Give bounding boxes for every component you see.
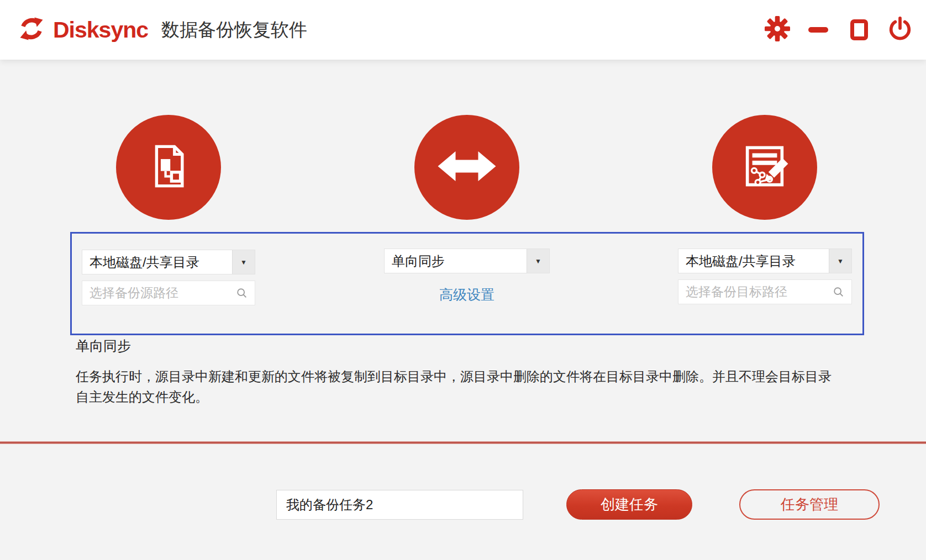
manage-tasks-button[interactable]: 任务管理 (739, 489, 880, 520)
sync-mode-description: 任务执行时，源目录中新建和更新的文件将被复制到目标目录中，源目录中删除的文件将在… (76, 366, 832, 407)
settings-button[interactable] (765, 17, 790, 43)
sync-mode-value: 单向同步 (385, 249, 527, 273)
window-controls (765, 0, 913, 60)
search-icon[interactable] (236, 287, 248, 299)
target-type-value: 本地磁盘/共享目录 (678, 249, 829, 273)
create-task-button[interactable]: 创建任务 (566, 489, 692, 520)
target-type-dropdown-button[interactable]: ▼ (829, 249, 851, 273)
two-way-arrow-icon (432, 131, 502, 204)
sync-logo-icon (17, 14, 46, 46)
close-button[interactable] (887, 17, 913, 43)
description-line-1: 任务执行时，源目录中新建和更新的文件将被复制到目标目录中，源目录中删除的文件将在… (76, 366, 832, 387)
source-path-field (82, 281, 255, 305)
source-path-input[interactable] (82, 286, 236, 300)
edit-report-icon (734, 135, 796, 199)
sync-mode-dropdown-button[interactable]: ▼ (527, 249, 549, 273)
document-flow-icon (139, 136, 198, 198)
source-type-dropdown-button[interactable]: ▼ (232, 250, 255, 274)
section-divider (0, 441, 926, 444)
task-name-input[interactable] (276, 490, 523, 520)
search-icon[interactable] (833, 286, 845, 298)
minimize-icon (808, 27, 828, 33)
sync-mode-label: 单向同步 (76, 337, 131, 355)
source-type-value: 本地磁盘/共享目录 (82, 250, 232, 274)
app-window: Disksync 数据备份恢复软件 (0, 0, 926, 560)
maximize-icon (850, 19, 868, 40)
description-line-2: 自主发生的文件变化。 (76, 387, 832, 407)
target-path-field (678, 279, 852, 304)
title-bar: Disksync 数据备份恢复软件 (0, 0, 926, 60)
app-logo: Disksync 数据备份恢复软件 (17, 14, 307, 46)
source-type-select[interactable]: 本地磁盘/共享目录 ▼ (82, 250, 255, 274)
target-path-input[interactable] (678, 284, 833, 299)
chevron-down-icon: ▼ (837, 258, 844, 265)
sync-mode-circle (414, 115, 519, 220)
target-type-select[interactable]: 本地磁盘/共享目录 ▼ (678, 249, 852, 273)
advanced-settings-link[interactable]: 高级设置 (384, 286, 550, 304)
chevron-down-icon: ▼ (535, 258, 541, 265)
source-circle (116, 115, 221, 220)
maximize-button[interactable] (846, 17, 872, 43)
chevron-down-icon: ▼ (240, 259, 247, 266)
brand-name: Disksync (53, 17, 148, 43)
power-icon (887, 16, 913, 44)
gear-icon (765, 16, 790, 44)
target-circle (712, 115, 817, 220)
sync-mode-select[interactable]: 单向同步 ▼ (384, 249, 550, 273)
minimize-button[interactable] (806, 17, 831, 43)
app-title: 数据备份恢复软件 (161, 18, 307, 43)
